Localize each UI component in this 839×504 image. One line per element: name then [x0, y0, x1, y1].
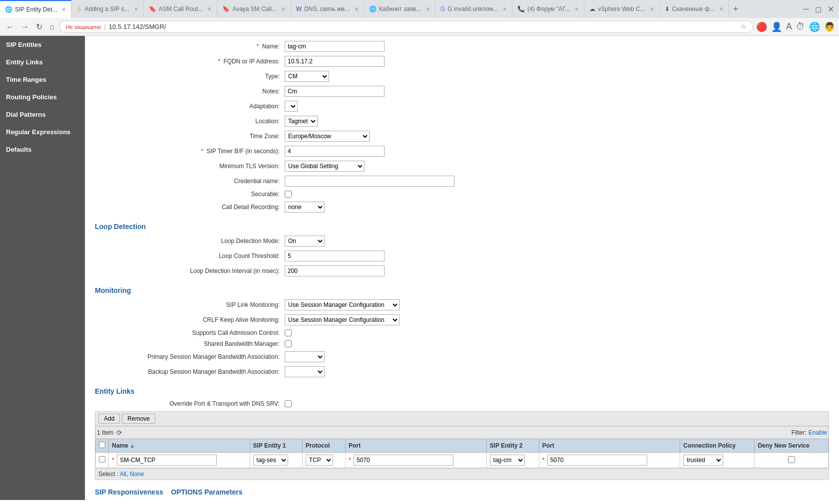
remove-button[interactable]: Remove	[122, 414, 155, 424]
row-port1-input[interactable]	[354, 455, 453, 466]
tab-cabinet[interactable]: 🌐 Кабинет заяв... ✕	[364, 0, 435, 18]
address-icons: ☆	[741, 23, 747, 30]
timezone-select[interactable]: Europe/Moscow	[285, 131, 370, 142]
override-row: Override Port & Transport with DNS SRV:	[95, 400, 829, 407]
sidebar-item-routing-policies[interactable]: Routing Policies	[0, 88, 85, 106]
security-warning: Не защищено	[66, 24, 101, 30]
col-connection-policy: Connection Policy	[680, 439, 755, 453]
tab-close[interactable]: ✕	[134, 6, 138, 12]
select-all-checkbox[interactable]	[99, 442, 105, 448]
row-entity1-select[interactable]: tag-ses	[253, 455, 288, 466]
address-bar[interactable]: Не защищено | 10.5.17.142/SMGR/ ☆	[59, 20, 753, 33]
adaptation-select[interactable]	[285, 101, 298, 112]
back-button[interactable]: ←	[4, 20, 16, 33]
tab-close[interactable]: ✕	[719, 6, 724, 12]
entity-links-table: Name ▲ SIP Entity 1 Protocol Port SIP En…	[95, 439, 829, 468]
extensions-icon[interactable]: 🔴	[756, 21, 767, 32]
sidebar-item-regular-expressions[interactable]: Regular Expressions	[0, 123, 85, 141]
call-detail-select[interactable]: none yes no	[285, 202, 325, 213]
refresh-icon[interactable]: ⟳	[116, 429, 122, 437]
globe-icon[interactable]: 🌐	[809, 21, 820, 32]
loop-mode-select[interactable]: On Off	[285, 236, 325, 247]
select-none-link[interactable]: None	[130, 471, 144, 478]
select-all-link[interactable]: All	[120, 471, 126, 478]
credential-input[interactable]	[285, 176, 454, 187]
sidebar-item-sip-entities[interactable]: SIP Entities	[0, 36, 85, 53]
securable-checkbox[interactable]	[285, 191, 292, 198]
tab-vsphere[interactable]: ☁ vSphere Web C... ✕	[584, 0, 660, 18]
reload-button[interactable]: ↻	[34, 20, 44, 33]
notes-label: Notes:	[95, 88, 285, 95]
row-port2-input[interactable]	[547, 455, 647, 466]
new-tab-button[interactable]: +	[729, 0, 743, 18]
col-name[interactable]: Name ▲	[109, 439, 250, 453]
tab-close[interactable]: ✕	[574, 6, 579, 12]
sidebar-item-dial-patterns[interactable]: Dial Patterns	[0, 106, 85, 123]
tab-asm[interactable]: 🔖 ASM Call Rout... ✕	[144, 0, 218, 18]
tab-close[interactable]: ✕	[502, 6, 507, 12]
notes-input[interactable]	[285, 86, 385, 97]
row-protocol-select[interactable]: TCP TLS UDP	[306, 455, 333, 466]
crlf-select[interactable]: Use Session Manager Configuration On Off	[285, 314, 400, 325]
home-button[interactable]: ⌂	[47, 20, 56, 33]
location-select[interactable]: Tagmet	[285, 116, 318, 127]
row-connection-policy-select[interactable]: trusted deny	[683, 455, 723, 466]
monitoring-section: Monitoring SIP Link Monitoring: Use Sess…	[95, 286, 829, 377]
override-checkbox[interactable]	[285, 400, 292, 407]
translate-icon[interactable]: A	[786, 21, 792, 32]
loop-interval-input[interactable]	[285, 265, 385, 276]
sip-response-title: SIP Responsiveness OPTIONS Parameters	[95, 488, 829, 496]
sidebar-item-entity-links[interactable]: Entity Links	[0, 53, 85, 71]
backup-sm-select[interactable]	[285, 366, 325, 377]
tab-avaya[interactable]: 🔖 Avaya SM Call... ✕	[217, 0, 291, 18]
loop-count-input[interactable]	[285, 251, 385, 261]
sidebar-item-defaults[interactable]: Defaults	[0, 141, 85, 158]
profile-icon[interactable]: 👤	[771, 21, 782, 32]
tab-close[interactable]: ✕	[61, 6, 66, 13]
tab-close[interactable]: ✕	[354, 6, 359, 12]
user-avatar-icon[interactable]: 👨	[824, 21, 835, 32]
tab-close[interactable]: ✕	[650, 6, 654, 12]
tab-dns[interactable]: W DNS, связь им... ✕	[291, 0, 364, 18]
adaptation-label: Adaptation:	[95, 103, 285, 110]
tab-downloads[interactable]: ⬇ Скаченные ф... ✕	[660, 0, 729, 18]
stopwatch-icon[interactable]: ⏱	[796, 21, 805, 32]
location-row: Location: Tagmet	[95, 116, 829, 127]
restore-icon[interactable]: ◻	[815, 4, 822, 14]
min-tls-select[interactable]: Use Global Setting	[285, 161, 365, 172]
tab-close[interactable]: ✕	[281, 6, 286, 12]
row-port2-cell: *	[539, 453, 680, 468]
call-admission-checkbox[interactable]	[285, 329, 292, 336]
close-window-icon[interactable]: ✕	[828, 4, 834, 14]
row-checkbox[interactable]	[99, 456, 105, 463]
tab-google[interactable]: G G invalid.unknow... ✕	[435, 0, 512, 18]
col-protocol: Protocol	[302, 439, 345, 453]
sip-link-select[interactable]: Use Session Manager Configuration On Off	[285, 299, 400, 310]
minimize-icon[interactable]: ─	[804, 4, 809, 13]
content-area: * Name: * FQDN or IP Address: Type: CM S…	[85, 36, 839, 500]
tab-sip-entity[interactable]: 🌐 SIP Entity Det... ✕	[0, 0, 71, 18]
item-count: 1 Item	[97, 429, 113, 436]
sidebar-item-time-ranges[interactable]: Time Ranges	[0, 71, 85, 88]
filter-enable-link[interactable]: Enable	[809, 429, 827, 436]
tab-close[interactable]: ✕	[207, 6, 212, 12]
primary-sm-select[interactable]	[285, 351, 325, 362]
tab-forum[interactable]: 📞 (4) Форум "АГ... ✕	[512, 0, 584, 18]
name-input[interactable]	[285, 41, 385, 52]
sip-timer-input[interactable]	[285, 146, 385, 157]
securable-row: Securable:	[95, 191, 829, 198]
forward-button[interactable]: →	[19, 20, 31, 33]
tab-close[interactable]: ✕	[425, 6, 430, 12]
type-select[interactable]: CM SIP Proxy Conference	[285, 71, 329, 82]
row-deny-checkbox[interactable]	[788, 456, 795, 463]
bookmark-icon[interactable]: ☆	[741, 23, 747, 30]
row-entity2-select[interactable]: tag-cm	[490, 455, 525, 466]
sip-link-label: SIP Link Monitoring:	[95, 301, 285, 308]
fqdn-input[interactable]	[285, 56, 385, 67]
securable-label: Securable:	[95, 191, 285, 198]
tab-adding-sip[interactable]: ⚠ Adding a SIP s... ✕	[71, 0, 143, 18]
add-button[interactable]: Add	[98, 414, 120, 424]
row-entity2-cell: tag-cm	[486, 453, 539, 468]
shared-bandwidth-checkbox[interactable]	[285, 340, 292, 347]
row-name-input[interactable]	[117, 455, 217, 466]
